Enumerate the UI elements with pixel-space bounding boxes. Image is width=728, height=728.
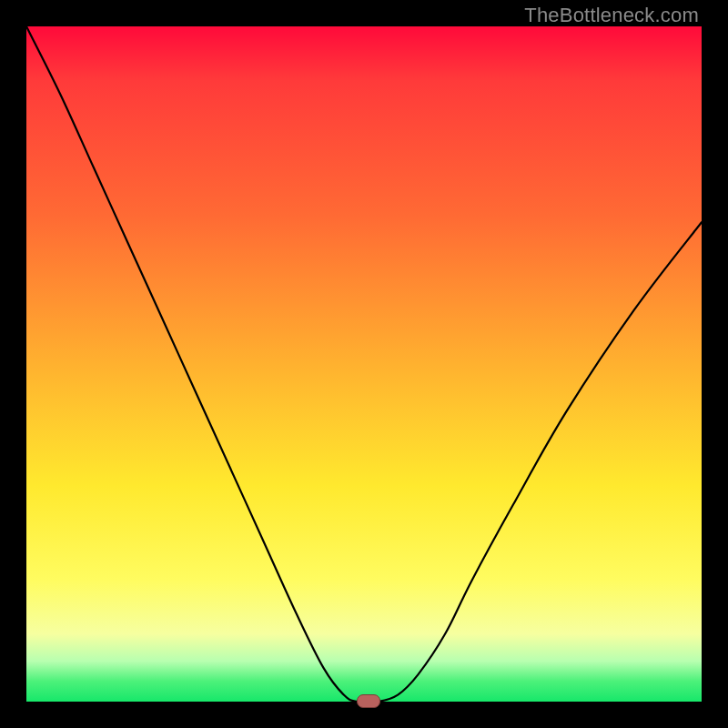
optimal-marker (357, 694, 380, 708)
chart-frame: TheBottleneck.com (0, 0, 728, 728)
plot-area (26, 26, 702, 702)
watermark-text: TheBottleneck.com (524, 4, 699, 27)
bottleneck-curve (26, 26, 702, 702)
